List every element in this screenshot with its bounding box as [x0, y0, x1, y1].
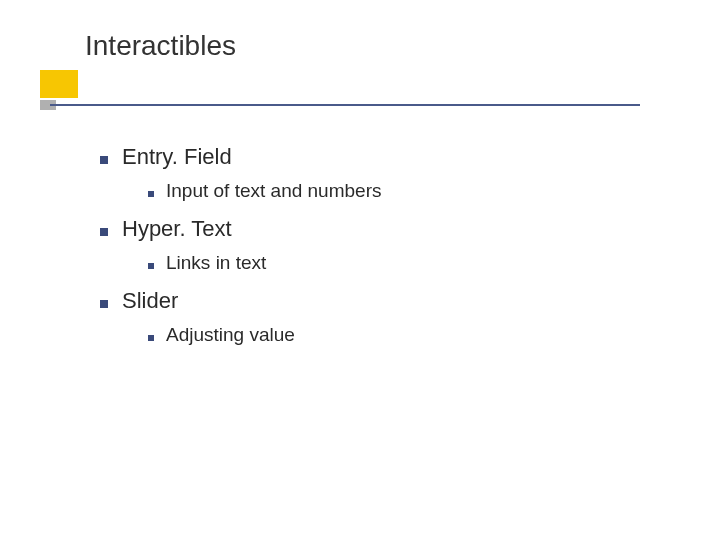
square-bullet-icon [100, 156, 108, 164]
title-block: Interactibles [85, 30, 645, 70]
content-body: Entry. Field Input of text and numbers H… [100, 130, 640, 352]
square-bullet-icon [100, 228, 108, 236]
title-underline [50, 104, 640, 106]
list-subitem: Adjusting value [148, 324, 640, 346]
title-decor [40, 70, 640, 110]
item-label: Slider [122, 288, 178, 314]
item-label: Hyper. Text [122, 216, 232, 242]
square-bullet-icon [148, 263, 154, 269]
square-bullet-icon [100, 300, 108, 308]
subitem-label: Links in text [166, 252, 266, 274]
list-item: Entry. Field [100, 144, 640, 170]
list-subitem: Links in text [148, 252, 640, 274]
slide: Interactibles Entry. Field Input of text… [0, 0, 720, 540]
list-item: Slider [100, 288, 640, 314]
list-item: Hyper. Text [100, 216, 640, 242]
item-label: Entry. Field [122, 144, 232, 170]
square-bullet-icon [148, 335, 154, 341]
list-subitem: Input of text and numbers [148, 180, 640, 202]
slide-title: Interactibles [85, 30, 645, 70]
subitem-label: Input of text and numbers [166, 180, 381, 202]
subitem-label: Adjusting value [166, 324, 295, 346]
accent-box-yellow [40, 70, 78, 98]
square-bullet-icon [148, 191, 154, 197]
